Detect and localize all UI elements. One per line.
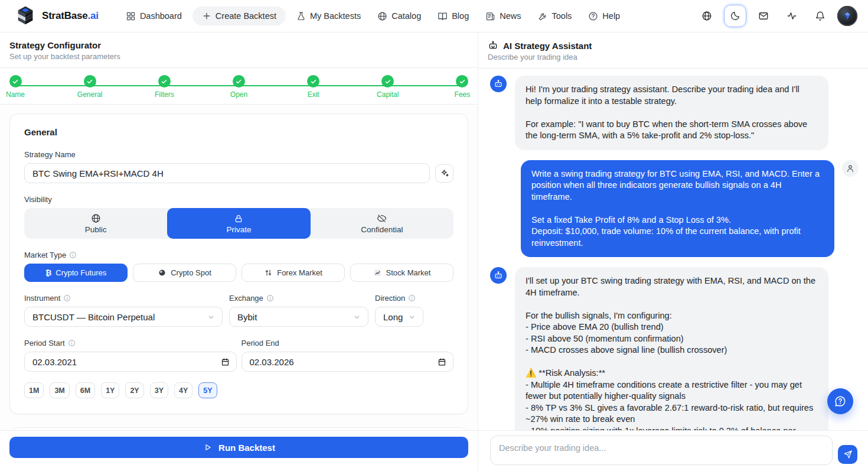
step-fees[interactable]: Fees: [456, 75, 468, 99]
info-icon: [68, 339, 76, 347]
direction-select[interactable]: Long: [375, 307, 423, 327]
market-type-stock-market[interactable]: Stock Market: [350, 264, 453, 282]
currency-exchange-icon: [264, 268, 273, 277]
nav-item-catalog[interactable]: Catalog: [371, 7, 427, 26]
strategy-configurator-panel: Strategy Configurator Set up your backte…: [0, 33, 478, 471]
language-globe-button[interactable]: [696, 5, 718, 27]
market-label: Crypto Futures: [56, 268, 106, 277]
nav-label: Tools: [552, 11, 572, 21]
nav-label: My Backtests: [310, 11, 361, 21]
step-check-icon: [84, 75, 96, 87]
chat-message-bot: Hi! I'm your trading strategy assistant.…: [490, 76, 859, 150]
ai-generate-name-button[interactable]: [435, 164, 453, 183]
bot-message-bubble: Hi! I'm your trading strategy assistant.…: [515, 76, 828, 150]
robot-icon: [494, 271, 503, 280]
range-chip-3m[interactable]: 3M: [50, 382, 69, 398]
newspaper-icon: [485, 11, 495, 21]
step-capital[interactable]: Capital: [382, 75, 394, 99]
nav-item-news[interactable]: News: [479, 7, 527, 26]
step-check-icon: [456, 75, 468, 87]
robot-icon: [494, 79, 503, 89]
flask-icon: [296, 11, 306, 21]
run-backtest-label: Run Backtest: [218, 443, 275, 453]
main-content: Strategy Configurator Set up your backte…: [0, 33, 868, 471]
step-open[interactable]: Open: [233, 75, 244, 99]
step-name[interactable]: Name: [9, 75, 21, 99]
nav-label: Catalog: [391, 11, 421, 21]
form-scroll-area[interactable]: General Strategy Name Visibility Public: [0, 105, 478, 430]
next-section-card: [9, 427, 468, 430]
market-type-label: Market Type: [24, 251, 453, 259]
help-circle-icon: [588, 11, 598, 21]
activity-icon: [787, 11, 797, 21]
step-check-icon: [233, 75, 245, 87]
globe-icon: [377, 11, 387, 21]
activity-button[interactable]: [781, 5, 803, 27]
range-chip-1y[interactable]: 1Y: [101, 382, 119, 398]
nav-item-my-backtests[interactable]: My Backtests: [291, 7, 367, 26]
mail-icon: [758, 11, 769, 21]
step-label: Filters: [155, 90, 174, 99]
nav-item-tools[interactable]: Tools: [532, 7, 578, 26]
wrench-icon: [538, 11, 548, 21]
messages-button[interactable]: [752, 5, 775, 27]
nav-item-blog[interactable]: Blog: [432, 7, 475, 26]
market-label: Stock Market: [386, 268, 431, 277]
range-chip-1m[interactable]: 1M: [24, 382, 44, 398]
segment-label: Private: [226, 225, 251, 234]
step-exit[interactable]: Exit: [308, 75, 319, 99]
help-chat-fab[interactable]: [827, 388, 853, 414]
segment-label: Public: [85, 225, 107, 234]
chat-input-bar: [478, 430, 868, 471]
instrument-value: BTCUSDT — Bitcoin Perpetual: [32, 312, 155, 322]
step-check-icon: [307, 75, 319, 87]
brand-logo[interactable]: StratBase.ai: [14, 5, 99, 27]
market-label: Forex Market: [277, 268, 322, 277]
bitcoin-icon: ₿: [45, 268, 52, 277]
chat-input[interactable]: [490, 436, 833, 465]
nav-item-help[interactable]: Help: [582, 7, 626, 26]
gem-icon: [841, 10, 853, 22]
step-filters[interactable]: Filters: [158, 75, 170, 99]
globe-icon: [701, 11, 712, 21]
range-chip-2y[interactable]: 2Y: [125, 382, 143, 398]
visibility-segmented-control: Public Private Confidential: [24, 208, 453, 239]
range-chip-5y[interactable]: 5Y: [198, 382, 217, 398]
nav-item-dashboard[interactable]: Dashboard: [120, 7, 188, 26]
visibility-option-private[interactable]: Private: [167, 208, 310, 239]
market-type-crypto-spot[interactable]: Crypto Spot: [133, 264, 236, 282]
range-chip-4y[interactable]: 4Y: [174, 382, 192, 398]
visibility-option-public[interactable]: Public: [24, 208, 167, 239]
play-icon: [203, 443, 212, 452]
chevron-down-icon: [207, 313, 216, 321]
period-start-input[interactable]: 02.03.2021: [24, 352, 237, 372]
nav-item-create-backtest[interactable]: Create Backtest: [192, 7, 286, 25]
market-type-crypto-futures[interactable]: ₿ Crypto Futures: [24, 264, 128, 282]
market-type-forex-market[interactable]: Forex Market: [242, 264, 345, 282]
period-end-input[interactable]: 02.03.2026: [242, 352, 454, 372]
strategy-name-input[interactable]: [24, 163, 430, 183]
exchange-select[interactable]: Bybit: [229, 307, 368, 327]
instrument-select[interactable]: BTCUSDT — Bitcoin Perpetual: [24, 307, 223, 327]
book-icon: [438, 11, 448, 21]
run-backtest-button[interactable]: Run Backtest: [9, 437, 468, 458]
theme-toggle-button[interactable]: [724, 5, 746, 27]
user-avatar[interactable]: [837, 6, 857, 26]
chevron-down-icon: [353, 313, 361, 321]
notifications-button[interactable]: [809, 5, 831, 27]
visibility-option-confidential[interactable]: Confidential: [311, 208, 453, 239]
page-title: Strategy Configurator: [9, 40, 468, 50]
period-end-label: Period End: [242, 339, 454, 347]
step-general[interactable]: General: [84, 75, 96, 99]
section-title: General: [24, 127, 453, 137]
nav-label: News: [500, 11, 521, 21]
ai-assistant-panel: AI Strategy Assistant Describe your trad…: [478, 33, 868, 471]
send-message-button[interactable]: [838, 445, 857, 464]
bot-avatar: [490, 267, 507, 284]
range-chip-6m[interactable]: 6M: [76, 382, 95, 398]
chat-message-list[interactable]: Hi! I'm your trading strategy assistant.…: [478, 69, 868, 430]
period-end-value: 02.03.2026: [250, 357, 294, 367]
period-start-value: 02.03.2021: [32, 357, 77, 367]
range-chip-3y[interactable]: 3Y: [150, 382, 168, 398]
moon-icon: [730, 11, 740, 21]
